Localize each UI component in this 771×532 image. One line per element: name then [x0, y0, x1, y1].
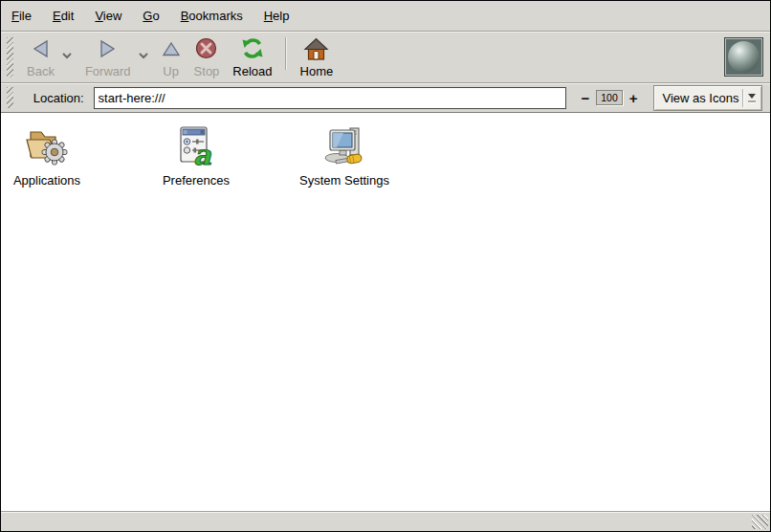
- back-button[interactable]: Back: [20, 34, 61, 80]
- dropdown-arrow-icon: [748, 94, 758, 102]
- applications-folder-icon: [23, 122, 71, 169]
- menu-bookmarks[interactable]: Bookmarks: [170, 1, 253, 31]
- icon-item-label: Preferences: [163, 173, 230, 188]
- system-settings-icon: [320, 122, 368, 169]
- back-icon: [31, 38, 51, 62]
- forward-history-dropdown[interactable]: [138, 52, 149, 59]
- menu-view[interactable]: View: [84, 1, 132, 31]
- file-manager-window: File Edit View Go Bookmarks Help Back: [0, 0, 771, 532]
- stop-icon: [195, 37, 217, 62]
- home-button[interactable]: Home: [294, 34, 341, 80]
- home-icon: [303, 36, 329, 64]
- icon-item-applications[interactable]: Applications: [1, 122, 93, 188]
- location-bar: Location: − 100 + View as Icons: [1, 82, 770, 112]
- menu-edit[interactable]: Edit: [42, 1, 84, 31]
- menu-go[interactable]: Go: [132, 1, 169, 31]
- forward-icon: [98, 38, 118, 62]
- throbber: [724, 37, 763, 77]
- zoom-in-button[interactable]: +: [627, 91, 641, 105]
- icon-item-label: System Settings: [299, 173, 389, 188]
- toolbar-drag-handle[interactable]: [7, 37, 13, 78]
- throbber-sphere-icon: [728, 41, 760, 73]
- chevron-down-icon: [61, 48, 73, 62]
- stop-button[interactable]: Stop: [187, 34, 227, 80]
- location-input[interactable]: [94, 87, 566, 109]
- menu-file[interactable]: File: [1, 1, 42, 31]
- up-button[interactable]: Up: [155, 34, 187, 80]
- icon-item-preferences[interactable]: a Preferences: [150, 122, 242, 188]
- reload-button[interactable]: Reload: [226, 34, 278, 80]
- location-bar-drag-handle[interactable]: [7, 87, 13, 108]
- toolbar-separator: [285, 37, 286, 70]
- icon-item-system-settings[interactable]: System Settings: [298, 122, 390, 188]
- status-bar: [1, 511, 770, 531]
- icon-item-label: Applications: [13, 173, 80, 188]
- forward-button[interactable]: Forward: [78, 34, 138, 80]
- up-icon: [162, 40, 181, 60]
- toolbar: Back Forward: [1, 31, 770, 82]
- menu-help[interactable]: Help: [253, 1, 300, 31]
- back-history-dropdown[interactable]: [61, 52, 73, 59]
- preferences-icon: a: [172, 122, 220, 169]
- reload-icon: [239, 35, 266, 64]
- svg-text:a: a: [193, 139, 212, 169]
- resize-grip[interactable]: [752, 515, 768, 529]
- view-as-dropdown[interactable]: View as Icons: [653, 85, 762, 111]
- icon-view: Applications a Prefe: [1, 112, 770, 511]
- chevron-down-icon: [138, 48, 149, 62]
- zoom-out-button[interactable]: −: [579, 91, 593, 105]
- zoom-level-indicator[interactable]: 100: [596, 90, 622, 105]
- menu-bar: File Edit View Go Bookmarks Help: [1, 1, 770, 31]
- location-label: Location:: [33, 91, 84, 105]
